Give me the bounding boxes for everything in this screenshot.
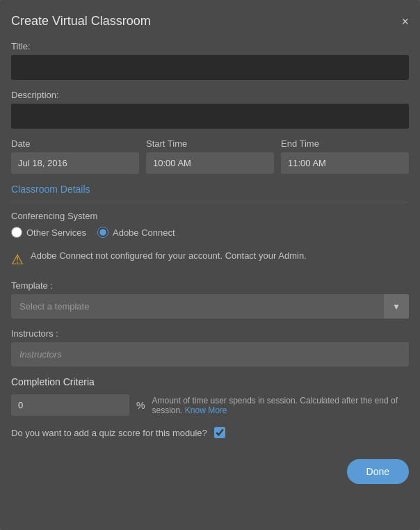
radio-adobe-input[interactable] [97,227,108,238]
template-group: Template : Select a template ▼ [11,280,409,319]
title-group: Title: [11,41,409,80]
divider [11,202,409,202]
quiz-label: Do you want to add a quiz score for this… [11,428,207,438]
completion-input[interactable] [11,394,129,416]
quiz-checkbox[interactable] [214,427,225,438]
classroom-details-title: Classroom Details [11,184,409,195]
end-time-input[interactable] [281,152,409,174]
percent-sign: % [136,400,145,411]
start-time-label: Start Time [146,138,274,149]
instructors-label: Instructors : [11,328,409,339]
warning-box: ⚠ Adobe Connect not configured for your … [11,248,409,271]
template-select[interactable]: Select a template [11,294,409,319]
radio-other-label: Other Services [26,227,86,238]
completion-title: Completion Criteria [11,376,409,387]
completion-desc: Amount of time user spends in session. C… [152,396,409,415]
start-time-input[interactable] [146,152,274,174]
completion-row: % Amount of time user spends in session.… [11,394,409,416]
end-time-label: End Time [281,138,409,149]
radio-other-input[interactable] [11,227,22,238]
warning-text: Adobe Connect not configured for your ac… [31,250,307,261]
radio-adobe-label: Adobe Connect [113,227,175,238]
end-time-col: End Time [281,138,409,174]
done-button[interactable]: Done [347,459,409,484]
description-label: Description: [11,90,409,100]
warning-icon: ⚠ [11,251,24,268]
modal-header: Create Virtual Classroom × [11,14,409,29]
template-label: Template : [11,280,409,291]
radio-other-services[interactable]: Other Services [11,227,86,238]
instructors-input[interactable] [11,342,409,367]
date-col: Date [11,138,139,174]
modal-title: Create Virtual Classroom [11,14,151,29]
description-group: Description: [11,90,409,129]
instructors-group: Instructors : [11,328,409,367]
date-label: Date [11,138,139,149]
quiz-row: Do you want to add a quiz score for this… [11,427,409,438]
description-input[interactable] [11,104,409,129]
radio-group: Other Services Adobe Connect [11,227,409,238]
start-time-col: Start Time [146,138,274,174]
modal-footer: Done [11,452,409,484]
close-button[interactable]: × [401,15,409,28]
radio-adobe-connect[interactable]: Adobe Connect [97,227,175,238]
title-label: Title: [11,41,409,51]
datetime-row: Date Start Time End Time [11,138,409,174]
template-select-wrapper: Select a template ▼ [11,294,409,319]
create-virtual-classroom-modal: Create Virtual Classroom × Title: Descri… [0,0,420,530]
conferencing-label: Conferencing System [11,211,409,221]
date-input[interactable] [11,152,139,174]
know-more-link[interactable]: Know More [185,405,227,415]
title-input[interactable] [11,55,409,80]
